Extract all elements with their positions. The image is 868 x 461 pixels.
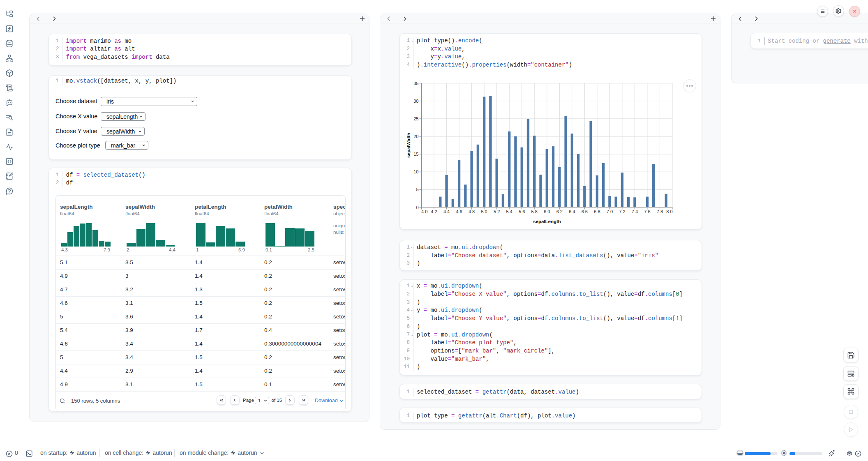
svg-text:sepalLength: sepalLength [533,219,561,224]
svg-text:30: 30 [413,98,418,103]
svg-text:0: 0 [416,205,418,210]
svg-text:8.0: 8.0 [666,209,672,214]
svg-text:6.2: 6.2 [556,209,563,214]
svg-text:6.8: 6.8 [594,209,600,214]
svg-text:4.8: 4.8 [469,209,475,214]
svg-text:25: 25 [413,116,418,121]
svg-text:7.2: 7.2 [619,209,625,214]
svg-text:7.4: 7.4 [632,209,638,214]
svg-text:4.6: 4.6 [456,209,462,214]
svg-text:35: 35 [413,81,418,85]
svg-text:20: 20 [413,134,418,139]
svg-text:5.6: 5.6 [519,209,525,214]
svg-text:5.0: 5.0 [481,209,487,214]
svg-text:7.8: 7.8 [657,209,663,214]
svg-text:4.0: 4.0 [421,209,427,214]
svg-text:sepalWidth: sepalWidth [406,132,411,157]
svg-text:7.0: 7.0 [607,209,613,214]
svg-text:10: 10 [413,169,418,174]
svg-text:6.6: 6.6 [582,209,588,214]
svg-text:5.4: 5.4 [506,209,512,214]
svg-text:4.4: 4.4 [443,209,450,214]
svg-text:15: 15 [413,152,418,157]
svg-text:5.8: 5.8 [531,209,538,214]
svg-text:6.4: 6.4 [569,209,575,214]
svg-text:5.2: 5.2 [494,209,500,214]
svg-text:7.6: 7.6 [644,209,650,214]
svg-text:6.0: 6.0 [544,209,550,214]
svg-text:4.2: 4.2 [431,209,437,214]
svg-text:5: 5 [416,187,418,192]
